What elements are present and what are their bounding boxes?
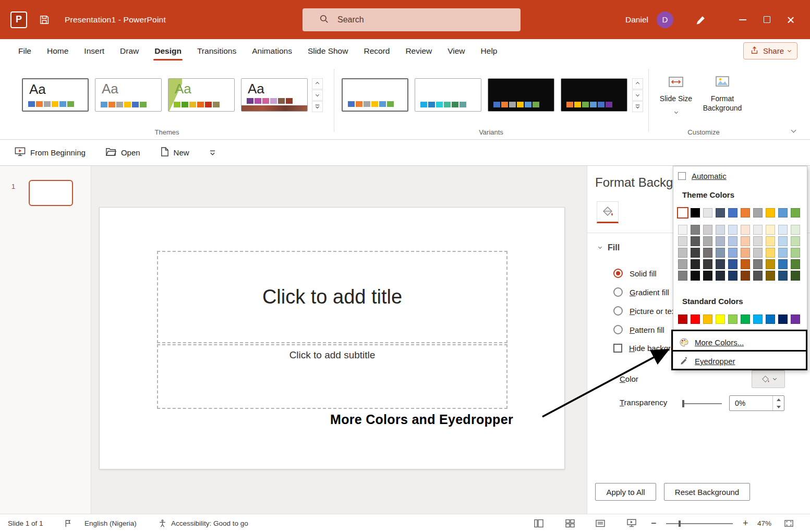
themes-more-button[interactable] xyxy=(312,101,323,112)
slide-size-button[interactable]: Slide Size xyxy=(658,75,694,115)
color-swatch[interactable] xyxy=(678,236,687,246)
fill-tab-button[interactable] xyxy=(597,201,619,223)
color-swatch[interactable] xyxy=(741,236,750,246)
tab-review[interactable]: Review xyxy=(397,39,440,63)
color-swatch[interactable] xyxy=(197,102,204,107)
color-swatch[interactable] xyxy=(703,236,712,246)
color-swatch[interactable] xyxy=(379,101,386,107)
color-swatch[interactable] xyxy=(741,259,750,269)
color-swatch[interactable] xyxy=(791,236,800,246)
tab-design[interactable]: Design xyxy=(147,39,189,63)
variant-card-1[interactable] xyxy=(342,78,408,112)
color-swatch[interactable] xyxy=(716,248,725,258)
maximize-button[interactable] xyxy=(755,0,779,39)
color-swatch[interactable] xyxy=(493,102,500,107)
color-swatch[interactable] xyxy=(791,259,800,269)
color-swatch[interactable] xyxy=(678,259,687,269)
tab-record[interactable]: Record xyxy=(356,39,397,63)
zoom-level[interactable]: 47% xyxy=(757,514,771,532)
color-swatch[interactable] xyxy=(691,315,700,324)
tab-transitions[interactable]: Transitions xyxy=(189,39,244,63)
variant-card-4[interactable] xyxy=(561,78,627,112)
color-swatch[interactable] xyxy=(766,248,775,258)
color-swatch[interactable] xyxy=(213,102,220,107)
color-swatch[interactable] xyxy=(778,225,788,235)
transparency-spinner[interactable]: 0% xyxy=(729,395,784,411)
color-swatch[interactable] xyxy=(716,225,725,235)
language-selector[interactable]: English (Nigeria) xyxy=(84,514,137,532)
automatic-color-option[interactable]: Automatic xyxy=(678,169,727,183)
color-swatch[interactable] xyxy=(778,271,788,281)
color-swatch[interactable] xyxy=(598,102,605,107)
color-swatch[interactable] xyxy=(791,271,800,281)
color-swatch[interactable] xyxy=(517,102,524,107)
color-swatch[interactable] xyxy=(728,259,738,269)
color-swatch[interactable] xyxy=(716,259,725,269)
open-button[interactable]: Open xyxy=(105,147,140,158)
tab-animations[interactable]: Animations xyxy=(244,39,300,63)
variant-card-3[interactable] xyxy=(488,78,554,112)
tab-view[interactable]: View xyxy=(440,39,473,63)
minimize-button[interactable] xyxy=(731,0,755,39)
color-swatch[interactable] xyxy=(741,208,750,217)
color-swatch[interactable] xyxy=(691,271,700,281)
color-swatch[interactable] xyxy=(182,102,188,107)
color-swatch[interactable] xyxy=(778,248,788,258)
pen-icon[interactable] xyxy=(695,14,707,26)
save-icon[interactable] xyxy=(39,14,50,26)
color-swatch[interactable] xyxy=(436,102,443,107)
eyedropper-menu-item[interactable]: Eyedropper xyxy=(673,353,807,370)
color-swatch[interactable] xyxy=(691,248,700,258)
color-swatch[interactable] xyxy=(691,225,700,235)
color-swatch[interactable] xyxy=(741,315,750,324)
transparency-slider[interactable] xyxy=(682,403,722,404)
spinner-down-button[interactable] xyxy=(773,403,784,410)
color-swatch[interactable] xyxy=(52,101,58,107)
color-swatch[interactable] xyxy=(460,102,466,107)
color-swatch[interactable] xyxy=(387,101,394,107)
more-colors-menu-item[interactable]: More Colors... xyxy=(673,334,807,351)
color-swatch[interactable] xyxy=(691,236,700,246)
share-button[interactable]: Share xyxy=(743,42,797,59)
color-swatch[interactable] xyxy=(778,208,788,217)
themes-scroll-up-button[interactable] xyxy=(312,78,323,89)
color-swatch[interactable] xyxy=(678,315,687,324)
color-swatch[interactable] xyxy=(356,101,362,107)
color-swatch[interactable] xyxy=(364,101,370,107)
color-swatch[interactable] xyxy=(501,102,508,107)
variants-more-button[interactable] xyxy=(632,101,643,112)
color-swatch[interactable] xyxy=(174,102,180,107)
color-swatch[interactable] xyxy=(778,259,788,269)
color-swatch[interactable] xyxy=(703,315,712,324)
tab-slide-show[interactable]: Slide Show xyxy=(300,39,356,63)
color-swatch[interactable] xyxy=(766,259,775,269)
color-swatch[interactable] xyxy=(255,98,261,104)
color-swatch[interactable] xyxy=(124,102,131,107)
color-swatch[interactable] xyxy=(28,101,35,107)
color-swatch[interactable] xyxy=(116,102,123,107)
zoom-slider-thumb[interactable] xyxy=(679,521,681,527)
color-swatch[interactable] xyxy=(766,315,775,324)
color-swatch[interactable] xyxy=(270,98,277,104)
slideshow-view-button[interactable] xyxy=(626,514,637,532)
color-swatch[interactable] xyxy=(678,225,687,235)
reset-background-button[interactable]: Reset Background xyxy=(664,483,750,501)
avatar[interactable]: D xyxy=(657,11,673,28)
color-swatch[interactable] xyxy=(590,102,597,107)
color-swatch[interactable] xyxy=(716,315,725,324)
color-swatch[interactable] xyxy=(286,98,293,104)
color-swatch[interactable] xyxy=(741,225,750,235)
color-swatch[interactable] xyxy=(753,259,763,269)
normal-view-button[interactable] xyxy=(534,514,544,532)
accessibility-status[interactable]: Accessibility: Good to go xyxy=(158,514,248,532)
color-swatch[interactable] xyxy=(691,259,700,269)
color-swatch[interactable] xyxy=(728,248,738,258)
slide-counter[interactable]: Slide 1 of 1 xyxy=(8,514,43,532)
transparency-slider-thumb[interactable] xyxy=(682,400,684,407)
from-beginning-button[interactable]: From Beginning xyxy=(15,147,86,159)
color-swatch[interactable] xyxy=(728,236,738,246)
color-swatch[interactable] xyxy=(262,98,269,104)
theme-card-3[interactable]: Aa xyxy=(168,78,235,112)
themes-scroll-down-button[interactable] xyxy=(312,90,323,101)
color-swatch[interactable] xyxy=(766,225,775,235)
